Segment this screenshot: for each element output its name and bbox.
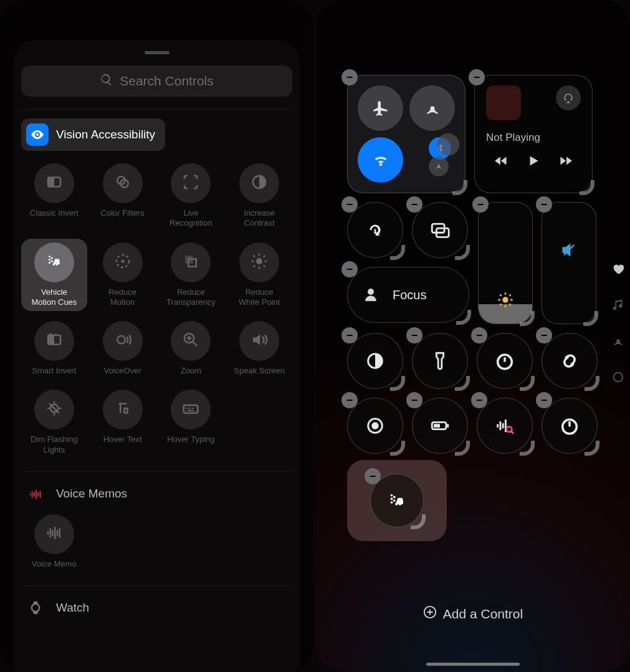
resize-handle[interactable] [520,441,535,456]
vehicle-motion-cues-added[interactable]: − [347,460,447,541]
cellular-button[interactable] [437,133,459,155]
airplay-icon[interactable] [556,85,581,110]
rewind-icon[interactable] [494,153,510,171]
home-icon[interactable] [611,370,625,384]
resize-handle[interactable] [455,245,470,260]
control-voiceover[interactable]: VoiceOver [90,317,156,380]
control-reduce-white-point[interactable]: ReduceWhite Point [226,239,292,312]
shazam-button[interactable]: − [542,333,598,389]
control-live-recognition[interactable]: LiveRecognition [158,160,224,233]
section-title: Vision Accessibility [56,128,155,142]
home-indicator[interactable] [426,663,520,666]
connectivity-tile[interactable]: − [347,75,465,193]
airplane-button[interactable] [358,85,403,131]
speak-screen-icon [250,330,269,352]
resize-handle[interactable] [585,441,599,456]
hotspot-button[interactable] [429,156,449,176]
sheet-grabber[interactable] [145,51,169,54]
resize-handle[interactable] [411,514,426,529]
remove-button[interactable]: − [469,69,485,85]
remove-button[interactable]: − [341,261,358,277]
remove-button[interactable]: − [341,196,358,213]
svg-rect-16 [48,335,54,345]
section-header-voice-memos[interactable]: Voice Memos [21,481,292,507]
control-increase-contrast[interactable]: IncreaseContrast [226,160,292,233]
control-speak-screen[interactable]: Speak Screen [226,317,292,380]
zoom-icon [181,330,200,352]
control-zoom[interactable]: Zoom [158,317,224,380]
volume-slider[interactable]: − [542,202,596,324]
reduce-white-point-icon [250,252,269,273]
control-label: VehicleMotion Cues [22,287,86,308]
remove-button[interactable]: − [341,392,358,408]
screen-mirroring-button[interactable]: − [412,202,468,258]
control-reduce-motion[interactable]: ReduceMotion [90,239,156,312]
section-header-watch[interactable]: Watch [21,595,292,621]
plus-circle-icon [423,605,437,622]
control-smart-invert[interactable]: Smart Invert [21,317,87,380]
section-header-vision[interactable]: Vision Accessibility [21,118,165,151]
resize-handle[interactable] [455,376,470,391]
remove-button[interactable]: − [536,196,552,213]
control-vehicle-motion-cues[interactable]: VehicleMotion Cues [21,239,87,312]
control-voice-memo[interactable]: Voice Memo [21,511,87,573]
resize-handle[interactable] [583,311,598,326]
remove-button[interactable]: − [536,327,552,343]
remove-button[interactable]: − [406,196,422,213]
resize-handle[interactable] [390,376,405,391]
low-power-button[interactable]: − [412,398,468,454]
forward-icon[interactable] [557,153,573,171]
orientation-lock-button[interactable]: − [347,202,403,258]
heart-icon[interactable] [611,262,625,276]
control-label: Smart Invert [22,366,86,376]
dark-mode-button[interactable]: − [347,333,403,389]
search-input[interactable]: Search Controls [21,65,292,97]
flashlight-button[interactable]: − [412,333,468,389]
control-hover-text[interactable]: Hover Text [90,386,156,459]
waveform-icon [45,524,64,545]
increase-contrast-icon [250,173,269,194]
remove-button[interactable]: − [341,69,358,85]
resize-handle[interactable] [455,441,470,456]
svg-point-9 [51,260,53,262]
resize-handle[interactable] [580,180,594,195]
play-icon[interactable] [525,153,542,171]
remove-button[interactable]: − [472,196,489,213]
timer-button[interactable]: − [477,333,533,389]
resize-handle[interactable] [520,311,535,326]
sound-recognition-button[interactable]: − [477,398,533,454]
vehicle-motion-cues-button[interactable]: − [370,474,424,527]
media-tile[interactable]: − Not Playing [474,75,593,193]
resize-handle[interactable] [520,376,535,391]
remove-button[interactable]: − [406,327,422,343]
stopwatch-button[interactable]: − [542,398,598,454]
control-classic-invert[interactable]: Classic Invert [21,160,87,233]
brightness-slider[interactable]: − [478,202,533,324]
resize-handle[interactable] [390,441,405,456]
resize-handle[interactable] [452,180,467,195]
control-reduce-transparency[interactable]: ReduceTransparency [158,239,224,312]
control-dim-flashing-lights[interactable]: Dim FlashingLights [21,386,87,459]
control-color-filters[interactable]: Color Filters [90,160,156,233]
remove-button[interactable]: − [406,392,422,408]
control-label: Classic Invert [22,208,86,218]
resize-handle[interactable] [585,376,599,391]
music-icon[interactable] [611,298,625,312]
screen-record-button[interactable]: − [347,398,403,454]
control-label: Speak Screen [227,366,291,376]
remove-button[interactable]: − [365,468,381,484]
add-control-button[interactable]: Add a Control [347,605,599,622]
remove-button[interactable]: − [536,392,552,408]
airdrop-button[interactable] [409,85,455,131]
wifi-button[interactable] [358,137,403,183]
resize-handle[interactable] [456,310,471,325]
remove-button[interactable]: − [341,327,358,343]
control-hover-typing[interactable]: Hover Typing [158,386,224,459]
resize-handle[interactable] [390,245,405,260]
remove-button[interactable]: − [471,327,487,343]
divider [21,585,292,586]
focus-button[interactable]: − Focus [347,267,469,323]
control-center-edit: − − Not [347,75,599,672]
remove-button[interactable]: − [471,392,487,408]
connectivity-icon[interactable] [611,334,625,348]
